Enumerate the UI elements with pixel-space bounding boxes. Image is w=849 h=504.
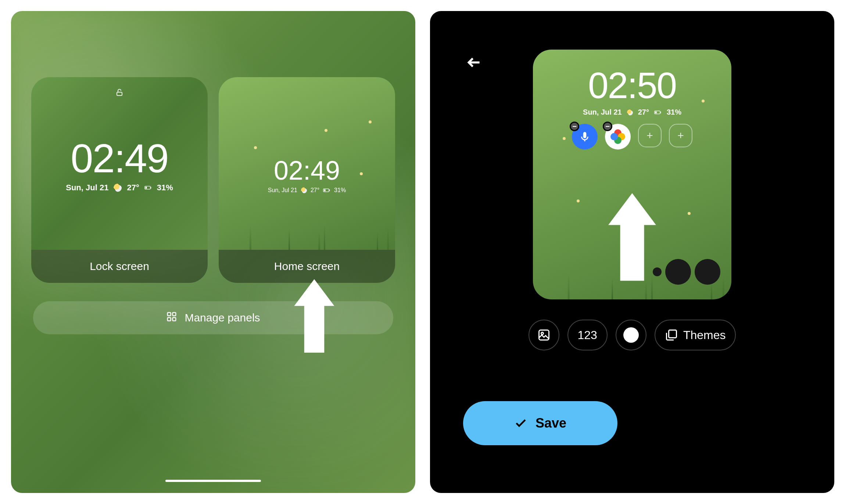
svg-rect-2 [150,187,151,188]
editor-status-row: Sun, Jul 21 27° 31% [533,108,731,116]
photos-icon [610,129,625,144]
wallpaper-selector-panel: 02:49 Sun, Jul 21 27° 31% Lock screen [11,11,415,493]
save-label: Save [535,415,566,431]
weather-icon [627,109,633,115]
editor-temp: 27° [638,108,649,116]
check-icon [514,417,527,430]
add-shortcut-button[interactable]: + [638,124,662,147]
home-indicator[interactable] [165,480,261,482]
shortcut-recorder[interactable]: − [572,124,598,150]
back-button[interactable] [463,51,485,73]
svg-rect-15 [539,330,549,340]
clock-style-button[interactable]: 123 [567,320,608,350]
editor-battery: 31% [667,108,681,116]
lock-screen-label: Lock screen [31,250,208,283]
themes-button[interactable]: Themes [655,320,736,350]
wallpaper-picker-button[interactable] [529,320,559,350]
svg-rect-7 [168,312,171,316]
lock-date: Sun, Jul 21 [66,183,108,192]
svg-rect-17 [669,330,676,338]
plus-icon: + [677,129,684,142]
manage-panels-button[interactable]: Manage panels [33,301,393,334]
themes-label: Themes [683,328,726,342]
instruction-arrow-icon [294,279,334,353]
layers-icon [665,328,678,342]
color-swatch-icon [623,327,639,343]
svg-rect-3 [145,187,147,188]
battery-icon [654,110,662,115]
lock-status-row: Sun, Jul 21 27° 31% [66,183,173,192]
svg-rect-13 [655,111,656,113]
screen-card-row: 02:49 Sun, Jul 21 27° 31% Lock screen [11,77,415,283]
svg-rect-8 [173,312,176,316]
lock-screen-preview: 02:49 Sun, Jul 21 27° 31% [31,77,208,250]
home-screen-card[interactable]: 02:49 Sun, Jul 21 27° 31% Home screen [219,77,395,283]
svg-rect-0 [117,92,122,96]
instruction-arrow-icon [608,189,656,285]
page-dot[interactable] [695,259,720,285]
unlock-icon [115,88,124,99]
save-button[interactable]: Save [463,401,617,445]
back-arrow-icon [466,54,482,71]
svg-rect-14 [583,132,587,138]
page-dot[interactable] [665,259,691,285]
lockscreen-editor-panel: 02:50 Sun, Jul 21 27° 31% − − + + [430,11,834,493]
editor-date: Sun, Jul 21 [583,108,622,116]
lock-temp: 27° [127,183,139,192]
editor-controls-row: 123 Themes [430,320,834,350]
svg-rect-12 [660,111,661,113]
shortcut-photos[interactable]: − [605,124,631,150]
lock-battery: 31% [157,183,173,192]
grid-icon [166,311,177,325]
editor-preview[interactable]: 02:50 Sun, Jul 21 27° 31% − − + + [533,50,731,299]
editor-clock[interactable]: 02:50 [533,64,731,107]
home-screen-label: Home screen [219,250,395,283]
plus-icon: + [646,129,653,142]
lock-clock: 02:49 [71,135,168,181]
svg-rect-10 [173,317,176,321]
svg-point-16 [541,332,543,335]
clock-style-label: 123 [578,328,597,342]
plants-illustration [219,77,395,250]
page-dot[interactable] [653,267,662,276]
shortcut-row: − − + + [533,124,731,150]
add-shortcut-button[interactable]: + [669,124,692,147]
remove-shortcut-button[interactable]: − [570,122,579,131]
lock-screen-card[interactable]: 02:49 Sun, Jul 21 27° 31% Lock screen [31,77,208,283]
home-screen-preview: 02:49 Sun, Jul 21 27° 31% [219,77,395,250]
color-picker-button[interactable] [616,320,646,350]
page-indicator-row [653,259,720,285]
mic-icon [578,130,591,143]
manage-panels-label: Manage panels [185,312,260,324]
battery-icon [144,186,152,190]
image-icon [537,328,551,342]
weather-icon [114,184,122,192]
svg-rect-9 [168,317,171,321]
